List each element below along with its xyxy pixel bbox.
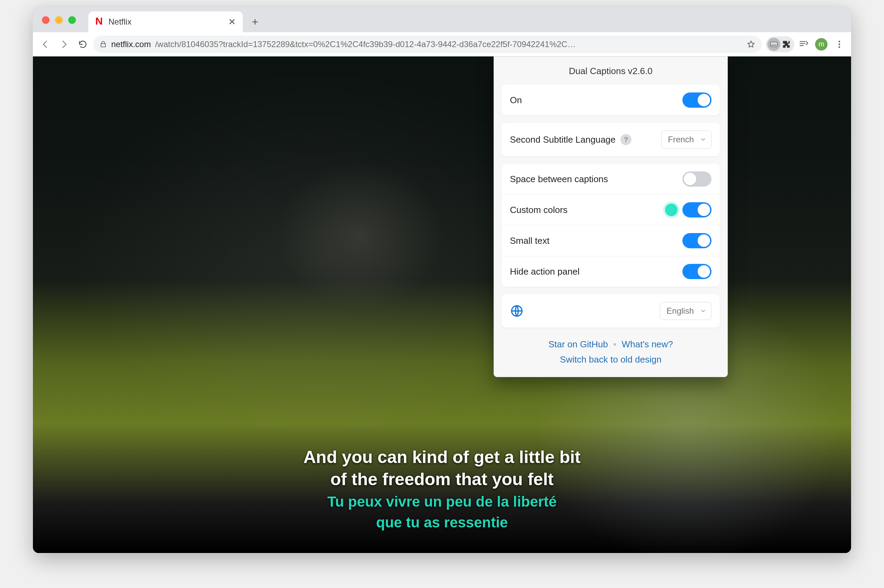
arrow-left-icon xyxy=(41,39,50,49)
bookmark-star-icon[interactable] xyxy=(746,40,755,49)
hide-panel-toggle[interactable] xyxy=(682,264,711,279)
primary-caption-line2: of the freedom that you felt xyxy=(330,468,554,490)
extensions-puzzle-icon[interactable] xyxy=(782,40,792,49)
chevron-down-icon xyxy=(700,308,706,314)
arrow-right-icon xyxy=(59,39,69,49)
ui-language-select[interactable]: English xyxy=(660,302,711,320)
back-button[interactable] xyxy=(37,36,54,52)
primary-caption-line1: And you can kind of get a little bit xyxy=(303,446,581,468)
reload-button[interactable] xyxy=(75,36,91,52)
dual-captions-extension-icon xyxy=(767,38,780,51)
window-controls xyxy=(42,16,76,24)
hide-panel-label: Hide action panel xyxy=(510,266,579,277)
small-text-toggle[interactable] xyxy=(682,233,711,248)
on-toggle[interactable] xyxy=(682,93,711,108)
colors-label: Custom colors xyxy=(510,205,567,215)
svg-rect-2 xyxy=(774,45,776,46)
second-language-select[interactable]: French xyxy=(661,130,711,148)
toolbar: netflix.com/watch/81046035?trackId=13752… xyxy=(33,32,851,57)
lock-icon xyxy=(99,40,107,48)
svg-rect-1 xyxy=(771,45,774,46)
overflow-menu-button[interactable] xyxy=(832,37,847,52)
svg-point-4 xyxy=(839,43,840,45)
svg-point-3 xyxy=(839,40,840,42)
colors-toggle[interactable] xyxy=(682,202,711,218)
active-extension-button[interactable] xyxy=(766,36,794,52)
github-link[interactable]: Star on GitHub xyxy=(548,339,608,350)
popup-title: Dual Captions v2.6.0 xyxy=(501,57,720,85)
switch-design-link[interactable]: Switch back to old design xyxy=(560,354,661,364)
dot-separator: • xyxy=(610,339,619,350)
card-second-language: Second Subtitle Language ? French xyxy=(501,123,720,156)
chevron-down-icon xyxy=(700,136,706,142)
secondary-caption-line2: que tu as ressentie xyxy=(376,513,508,532)
extension-popup: Dual Captions v2.6.0 On Second Subtitle … xyxy=(494,57,728,377)
small-text-label: Small text xyxy=(510,236,549,246)
help-icon[interactable]: ? xyxy=(620,134,632,145)
forward-button[interactable] xyxy=(56,36,72,52)
extensions-area: m xyxy=(764,36,847,52)
browser-window: N Netflix ✕ + netflix.com/watch/81046035… xyxy=(33,6,851,554)
profile-avatar[interactable]: m xyxy=(815,38,827,51)
window-close-button[interactable] xyxy=(42,16,50,24)
tab-strip: N Netflix ✕ + xyxy=(33,7,851,32)
address-bar[interactable]: netflix.com/watch/81046035?trackId=13752… xyxy=(93,36,762,53)
svg-point-5 xyxy=(839,46,840,48)
netflix-favicon-icon: N xyxy=(95,17,104,26)
on-label: On xyxy=(510,95,522,106)
card-ui-language: English xyxy=(501,294,720,328)
new-tab-button[interactable]: + xyxy=(243,11,267,32)
window-zoom-button[interactable] xyxy=(68,16,76,24)
svg-rect-0 xyxy=(770,42,777,47)
window-minimize-button[interactable] xyxy=(55,16,63,24)
second-language-label: Second Subtitle Language xyxy=(510,134,615,145)
captions-overlay: And you can kind of get a little bit of … xyxy=(33,446,851,532)
url-path: /watch/81046035?trackId=13752289&tctx=0%… xyxy=(155,39,576,49)
second-language-value: French xyxy=(668,135,694,144)
tab-title: Netflix xyxy=(108,17,224,27)
popup-links: Star on GitHub • What's new? Switch back… xyxy=(501,335,720,367)
avatar-initial: m xyxy=(818,40,824,48)
tab-netflix[interactable]: N Netflix ✕ xyxy=(89,11,243,32)
card-on: On xyxy=(501,85,720,116)
secondary-caption-line1: Tu peux vivre un peu de la liberté xyxy=(327,492,557,512)
reading-list-icon[interactable] xyxy=(795,37,811,52)
whats-new-link[interactable]: What's new? xyxy=(622,339,673,350)
ui-language-value: English xyxy=(666,306,694,316)
space-toggle[interactable] xyxy=(682,171,711,187)
reload-icon xyxy=(78,39,88,49)
globe-icon xyxy=(510,304,524,318)
page-content: And you can kind of get a little bit of … xyxy=(33,57,851,553)
space-label: Space between captions xyxy=(510,174,608,184)
card-options: Space between captions Custom colors Sma… xyxy=(501,164,720,287)
color-swatch[interactable] xyxy=(665,204,678,216)
url-host: netflix.com xyxy=(111,39,151,49)
tab-close-icon[interactable]: ✕ xyxy=(228,16,236,27)
